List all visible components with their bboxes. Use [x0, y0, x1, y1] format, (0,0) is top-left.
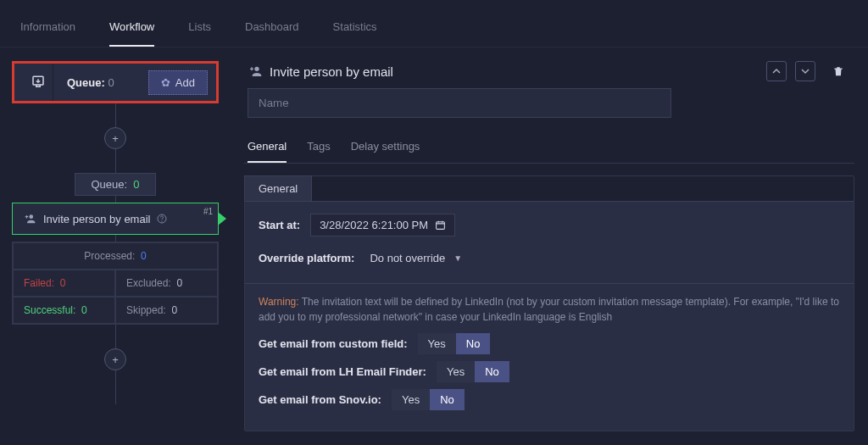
details-panel: Invite person by email General Tags Dela… [237, 47, 868, 445]
yes-option[interactable]: Yes [437, 361, 475, 382]
svg-point-3 [162, 221, 163, 222]
start-at-label: Start at: [259, 219, 300, 231]
subtab-tags[interactable]: Tags [307, 135, 330, 163]
workflow-canvas: Queue: 0 ✿ Add + Queue: 0 Invite person … [0, 47, 237, 445]
tab-dashboard[interactable]: Dashboard [245, 12, 299, 47]
tab-lists[interactable]: Lists [188, 12, 211, 47]
no-option[interactable]: No [475, 361, 509, 382]
override-label: Override platform: [259, 252, 354, 264]
stat-skipped: Skipped: 0 [115, 297, 218, 324]
calendar-icon [435, 220, 446, 231]
queue-badge: Queue: 0 [75, 173, 155, 196]
start-at-input[interactable]: 3/28/2022 6:21:00 PM [310, 214, 455, 236]
opt-custom-field-label: Get email from custom field: [259, 337, 408, 350]
tab-workflow[interactable]: Workflow [109, 12, 154, 47]
add-step-button-2[interactable]: + [104, 348, 126, 370]
delete-button[interactable] [832, 64, 844, 78]
help-icon[interactable] [157, 214, 167, 224]
move-down-button[interactable] [795, 61, 815, 81]
override-select[interactable]: Do not override ▼ [364, 248, 467, 268]
svg-rect-5 [437, 222, 445, 230]
queue-label: Queue: 0 [67, 76, 138, 89]
step-name-input[interactable] [248, 88, 671, 118]
svg-point-4 [254, 67, 259, 71]
inner-tab-general[interactable]: General [244, 175, 312, 201]
yes-option[interactable]: Yes [418, 333, 456, 354]
subtab-general[interactable]: General [248, 135, 287, 163]
step-title: Invite person by email [43, 213, 150, 225]
stat-successful: Successful: 0 [13, 297, 115, 324]
step-index: #1 [203, 207, 213, 216]
step-stats: Processed: 0 Failed: 0 Excluded: 0 Succe… [12, 242, 219, 325]
opt-snov-label: Get email from Snov.io: [259, 393, 381, 406]
stat-excluded: Excluded: 0 [115, 270, 218, 297]
queue-icon [23, 64, 53, 101]
invite-person-icon [248, 64, 263, 78]
subtab-delay[interactable]: Delay settings [351, 135, 420, 163]
opt-snov-toggle[interactable]: Yes No [392, 389, 465, 410]
step-invite-by-email[interactable]: Invite person by email #1 [12, 203, 219, 235]
move-up-button[interactable] [766, 61, 787, 81]
add-step-button-1[interactable]: + [104, 127, 126, 149]
tab-statistics[interactable]: Statistics [333, 12, 377, 47]
main-tabs: Information Workflow Lists Dashboard Sta… [0, 0, 868, 47]
opt-custom-field-toggle[interactable]: Yes No [418, 333, 491, 354]
opt-lh-finder-label: Get email from LH Email Finder: [259, 365, 426, 378]
invite-person-icon [23, 213, 36, 225]
chevron-down-icon: ▼ [453, 253, 462, 263]
step-arrow-icon [218, 212, 226, 225]
stat-failed: Failed: 0 [13, 270, 115, 297]
opt-lh-finder-toggle[interactable]: Yes No [437, 361, 509, 382]
warning-text: Warning: The invitation text will be def… [259, 294, 840, 325]
no-option[interactable]: No [430, 389, 465, 410]
queue-node[interactable]: Queue: 0 ✿ Add [12, 61, 219, 103]
stat-processed: Processed: 0 [13, 242, 218, 270]
no-option[interactable]: No [456, 333, 491, 354]
add-button[interactable]: ✿ Add [148, 70, 208, 95]
yes-option[interactable]: Yes [392, 389, 430, 410]
tab-information[interactable]: Information [20, 12, 75, 47]
panel-subtabs: General Tags Delay settings [244, 126, 854, 164]
svg-point-1 [29, 214, 33, 219]
panel-title: Invite person by email [248, 64, 758, 79]
gear-icon: ✿ [161, 76, 170, 89]
